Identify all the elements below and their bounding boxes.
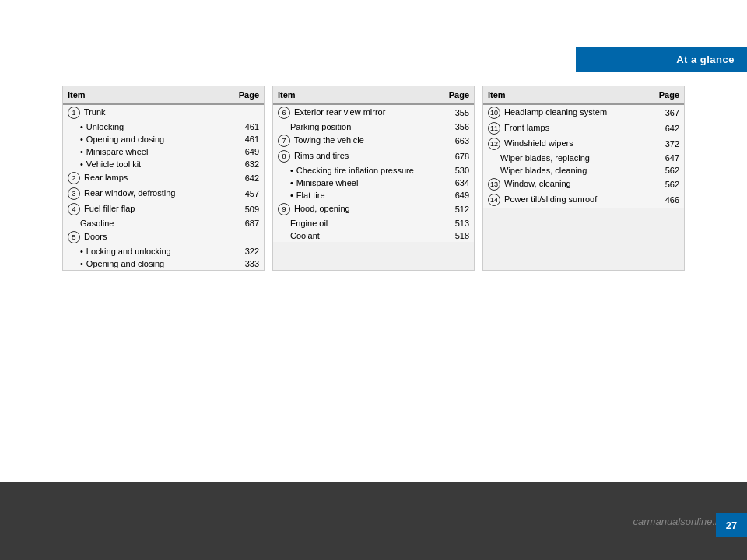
page-cell: 642 xyxy=(233,170,264,186)
table-row: 10 Headlamp cleaning system367 xyxy=(483,104,684,121)
page-cell: 562 xyxy=(653,164,684,177)
table-row: 1 Trunk xyxy=(63,104,264,121)
table-row: 3 Rear window, defrosting457 xyxy=(63,186,264,201)
page-cell: 530 xyxy=(443,164,474,177)
table-row: 9 Hood, opening512 xyxy=(273,201,474,217)
table-row: •Locking and unlocking322 xyxy=(63,245,264,257)
bullet-icon: • xyxy=(290,191,293,200)
item-cell: 7 Towing the vehicle xyxy=(273,133,443,149)
page-cell: 678 xyxy=(443,149,474,164)
item-cell: Gasoline xyxy=(63,217,233,229)
bottom-bar: carmanualsonline.info xyxy=(0,482,747,560)
table1-header: Item Page xyxy=(63,86,264,104)
page-cell: 642 xyxy=(653,121,684,136)
item-cell: •Locking and unlocking xyxy=(63,245,233,257)
item-number-badge: 13 xyxy=(488,178,500,191)
tables-container: Item Page 1 Trunk•Unlocking461•Opening a… xyxy=(62,86,685,271)
page-number-box: 27 xyxy=(716,513,747,537)
table-row: 2 Rear lamps642 xyxy=(63,170,264,186)
table3-col-item: Item xyxy=(483,86,653,104)
item-cell: •Minispare wheel xyxy=(273,177,443,189)
item-cell: 9 Hood, opening xyxy=(273,201,443,217)
table1-col-page: Page xyxy=(233,86,264,104)
table-row: 5 Doors xyxy=(63,229,264,245)
item-cell: •Flat tire xyxy=(273,189,443,201)
table-2: Item Page 6 Exterior rear view mirror355… xyxy=(272,86,475,271)
table-row: Engine oil513 xyxy=(273,217,474,229)
item-cell: 3 Rear window, defrosting xyxy=(63,186,233,201)
table-row: Gasoline687 xyxy=(63,217,264,229)
page-cell: 632 xyxy=(233,158,264,170)
table-row: •Vehicle tool kit632 xyxy=(63,158,264,170)
item-number-badge: 14 xyxy=(488,194,500,206)
page-cell: 355 xyxy=(443,104,474,121)
table-row: 13 Window, cleaning562 xyxy=(483,177,684,192)
page-cell: 466 xyxy=(653,192,684,208)
item-cell: 14 Power tilt/sliding sunroof xyxy=(483,192,653,208)
page-cell: 649 xyxy=(443,189,474,201)
bullet-icon: • xyxy=(290,166,293,175)
bullet-icon: • xyxy=(290,178,293,187)
table-row: Parking position356 xyxy=(273,121,474,133)
page-cell: 649 xyxy=(233,145,264,158)
page-number: 27 xyxy=(726,520,737,531)
item-cell: Wiper blades, replacing xyxy=(483,152,653,164)
header-bar: At a glance xyxy=(576,47,747,72)
table-row: Coolant518 xyxy=(273,229,474,242)
page-cell: 634 xyxy=(443,177,474,189)
page-cell: 647 xyxy=(653,152,684,164)
page-cell: 333 xyxy=(233,257,264,270)
item-number-badge: 1 xyxy=(68,107,80,119)
bullet-icon: • xyxy=(80,147,83,156)
table-row: •Minispare wheel634 xyxy=(273,177,474,189)
item-cell: Engine oil xyxy=(273,217,443,229)
table-row: •Unlocking461 xyxy=(63,121,264,133)
item-cell: Parking position xyxy=(273,121,443,133)
item-number-badge: 3 xyxy=(68,187,80,200)
item-cell: •Unlocking xyxy=(63,121,233,133)
page-cell: 322 xyxy=(233,245,264,257)
table3-col-page: Page xyxy=(653,86,684,104)
item-cell: 10 Headlamp cleaning system xyxy=(483,104,653,121)
table-row: 8 Rims and tires678 xyxy=(273,149,474,164)
item-cell: 13 Window, cleaning xyxy=(483,177,653,192)
table-row: •Minispare wheel649 xyxy=(63,145,264,158)
bullet-icon: • xyxy=(80,247,83,256)
page-cell: 367 xyxy=(653,104,684,121)
header-title: At a glance xyxy=(676,54,735,65)
table2-col-page: Page xyxy=(443,86,474,104)
item-cell: 5 Doors xyxy=(63,229,233,245)
item-cell: 6 Exterior rear view mirror xyxy=(273,104,443,121)
item-number-badge: 8 xyxy=(278,150,290,163)
item-cell: •Opening and closing xyxy=(63,257,233,270)
bullet-icon: • xyxy=(80,122,83,131)
page-cell xyxy=(233,229,264,245)
page-cell: 562 xyxy=(653,177,684,192)
item-cell: 11 Front lamps xyxy=(483,121,653,136)
item-cell: Coolant xyxy=(273,229,443,242)
bullet-icon: • xyxy=(80,135,83,144)
page-cell: 461 xyxy=(233,133,264,145)
item-cell: •Checking tire inflation pressure xyxy=(273,164,443,177)
item-number-badge: 10 xyxy=(488,107,500,119)
item-cell: 8 Rims and tires xyxy=(273,149,443,164)
table-row: 7 Towing the vehicle663 xyxy=(273,133,474,149)
page-cell xyxy=(233,104,264,121)
page-cell: 356 xyxy=(443,121,474,133)
page-cell: 512 xyxy=(443,201,474,217)
table-row: 4 Fuel filler flap509 xyxy=(63,201,264,217)
item-number-badge: 2 xyxy=(68,172,80,184)
table2-col-item: Item xyxy=(273,86,443,104)
page-cell: 513 xyxy=(443,217,474,229)
item-cell: Wiper blades, cleaning xyxy=(483,164,653,177)
table-row: Wiper blades, cleaning562 xyxy=(483,164,684,177)
page-cell: 461 xyxy=(233,121,264,133)
item-cell: 12 Windshield wipers xyxy=(483,136,653,152)
table-1: Item Page 1 Trunk•Unlocking461•Opening a… xyxy=(62,86,265,271)
table-row: 14 Power tilt/sliding sunroof466 xyxy=(483,192,684,208)
page-cell: 663 xyxy=(443,133,474,149)
item-cell: 2 Rear lamps xyxy=(63,170,233,186)
table-row: •Flat tire649 xyxy=(273,189,474,201)
table2-header: Item Page xyxy=(273,86,474,104)
table-row: 11 Front lamps642 xyxy=(483,121,684,136)
